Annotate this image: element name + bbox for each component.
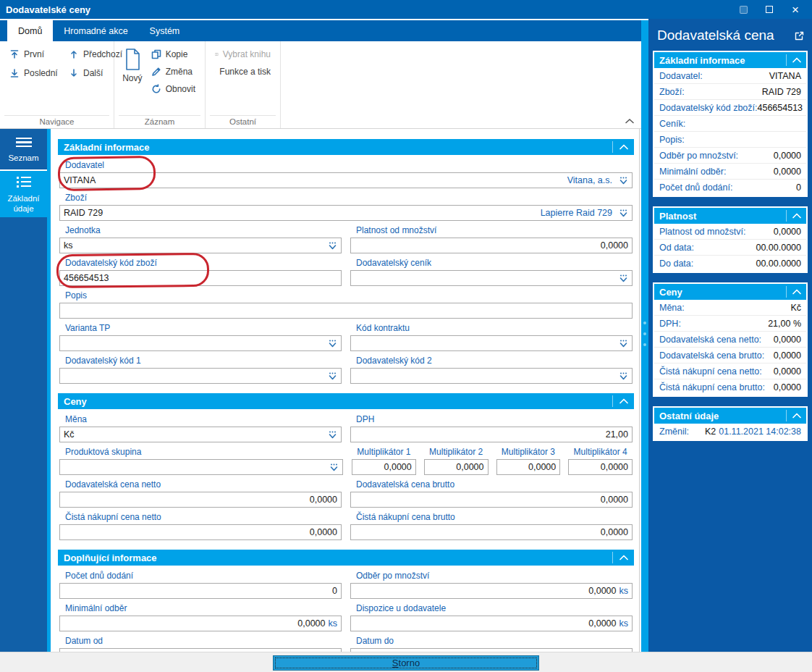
card-header[interactable]: Platnost [654,208,806,224]
card-header[interactable]: Ceny [654,284,806,300]
detail-label: Dodavatelská cena netto: [659,335,761,345]
collapse-chevron-icon[interactable] [786,410,803,421]
dodavatelsky-kod-1-input[interactable] [59,368,342,384]
lookup-dropdown-icon[interactable] [619,274,628,283]
collapse-chevron-icon[interactable] [786,286,803,298]
edit-pencil-icon [151,67,161,77]
detail-label: DPH: [659,319,681,329]
kod-kontraktu-input[interactable] [350,335,633,351]
detail-label: Dodavatelská cena brutto: [659,350,764,361]
sidebar-item-zakladni-udaje[interactable]: Základní údaje [0,171,47,217]
collapse-chevron-icon[interactable] [786,54,803,66]
detail-value: 0,0000 [774,335,801,345]
field-dodavatelska-cena-netto: Dodavatelská cena netto 0,0000 [59,479,342,508]
lookup-dropdown-icon[interactable] [619,176,628,185]
collapse-chevron-icon[interactable] [612,395,631,407]
lookup-dropdown-icon[interactable] [328,339,337,348]
sidebar-item-seznam[interactable]: Seznam [0,129,47,169]
detail-value: 21,00 % [768,319,801,329]
popis-input[interactable] [59,303,633,319]
field-platnost-od-mnozstvi: Platnost od množství 0,0000 [350,225,633,253]
panel-title: Dodavatelská cena [657,28,794,43]
new-button[interactable]: Nový [120,46,145,114]
minimalni-odber-input[interactable]: 0,0000 ks [59,616,342,631]
collapse-ribbon-icon[interactable] [625,119,634,124]
field-label: DPH [356,414,633,425]
section-header[interactable]: Základní informace [58,139,634,155]
lookup-dropdown-icon[interactable] [619,339,628,348]
dodavatelska-cena-netto-input[interactable]: 0,0000 [59,492,342,508]
tab-domu[interactable]: Domů [7,20,53,41]
detail-value: 0,0000 [774,167,801,177]
detail-value: 0,0000 [774,382,801,392]
dodavatel-input[interactable]: VITANA Vitana, a.s. [59,172,633,188]
multiplikator-3-input[interactable]: 0,0000 [496,459,561,475]
cista-nakupni-cena-netto-input[interactable]: 0,0000 [59,524,342,540]
panel-splitter[interactable] [641,20,648,652]
collapse-chevron-icon[interactable] [612,141,631,153]
field-multiplikator-1: Multiplikátor 1 0,0000 [352,447,416,475]
collapse-chevron-icon[interactable] [786,210,803,222]
section-header[interactable]: Ceny [58,393,634,409]
lookup-dropdown-icon[interactable] [619,209,628,218]
varianta-tp-input[interactable] [59,335,342,351]
cista-nakupni-cena-brutto-input[interactable]: 0,0000 [350,524,633,540]
dodavatelsky-kod-2-input[interactable] [350,368,633,384]
dodavatelsky-cenik-input[interactable] [350,270,633,286]
float-window-icon[interactable] [735,2,751,17]
detail-label: Dodavatel: [659,71,703,81]
first-button[interactable]: První [6,46,62,63]
open-in-window-icon[interactable] [794,30,805,41]
field-label: Čistá nákupní cena brutto [356,512,633,523]
field-varianta-tp: Varianta TP [59,323,342,351]
dispozice-u-dodavatele-input[interactable]: 0,0000 ks [350,616,633,631]
zbozi-input[interactable]: RAID 729 Lapierre Raid 729 [59,205,633,221]
card-header[interactable]: Ostatní údaje [654,408,806,424]
multiplikator-4-input[interactable]: 0,0000 [568,459,633,475]
multiplikator-1-input[interactable]: 0,0000 [352,459,416,475]
detail-row: Odběr po množství: 0,0000 [654,148,806,164]
odber-po-mnozstvi-input[interactable]: 0,0000 ks [350,583,633,599]
maximize-icon[interactable] [761,2,777,17]
pocet-dnu-dodani-input[interactable]: 0 [59,583,342,599]
collapse-chevron-icon[interactable] [612,552,631,563]
tab-system[interactable]: Systém [139,20,191,41]
field-mena: Měna Kč [59,414,342,442]
detail-row: Dodavatelská cena brutto: 0,0000 [654,348,806,364]
ribbon-group-label: Záznam [119,115,200,128]
field-label: Dodavatel [65,160,633,171]
produktova-skupina-input[interactable] [59,459,343,475]
mena-input[interactable]: Kč [59,427,342,442]
select-book-button[interactable]: Vybrat knihu [211,46,274,63]
ribbon-tabbar: Domů Hromadné akce Systém [0,20,641,41]
dodavatelsky-kod-zbozi-input[interactable]: 456654513 [59,270,342,286]
jednotka-input[interactable]: ks [59,238,342,253]
lookup-dropdown-icon[interactable] [328,371,337,381]
card-header[interactable]: Základní informace [654,52,806,68]
dodavatelska-cena-brutto-input[interactable]: 0,0000 [350,492,633,508]
multiplikator-2-input[interactable]: 0,0000 [424,459,489,475]
storno-label: torno [399,658,420,668]
section-header[interactable]: Doplňující informace [58,550,634,566]
section-title: Doplňující informace [64,553,157,563]
field-value: 0,0000 [572,462,628,472]
refresh-button[interactable]: Obnovit [148,80,199,98]
field-label: Multiplikátor 2 [424,447,489,458]
functions-print-button[interactable]: Funkce a tisk [211,63,274,80]
arrow-down-icon [69,68,79,78]
field-dodavatel: Dodavatel VITANA Vitana, a.s. [59,160,633,188]
edit-button[interactable]: Změna [148,63,199,80]
close-icon[interactable]: × [787,2,803,17]
field-jednotka: Jednotka ks [59,225,342,253]
lookup-dropdown-icon[interactable] [329,463,339,472]
menu-icon [16,135,32,150]
storno-button[interactable]: Storno [273,655,539,671]
lookup-dropdown-icon[interactable] [619,371,628,381]
platnost-od-mnozstvi-input[interactable]: 0,0000 [350,238,633,253]
last-button[interactable]: Poslední [6,64,62,82]
lookup-dropdown-icon[interactable] [328,430,337,440]
copy-button[interactable]: Kopie [148,46,199,63]
lookup-dropdown-icon[interactable] [328,241,337,251]
tab-hromadne-akce[interactable]: Hromadné akce [53,20,138,41]
dph-input[interactable]: 21,00 [350,427,633,442]
